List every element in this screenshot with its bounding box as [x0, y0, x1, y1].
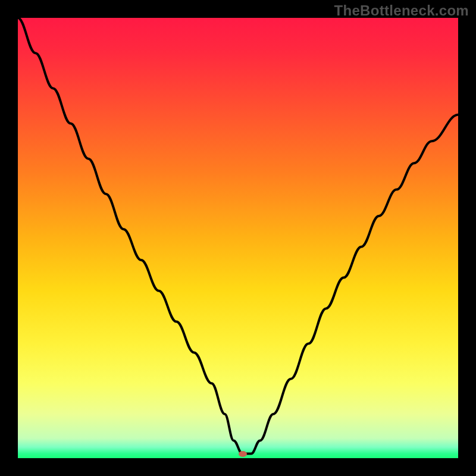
optimum-marker: [239, 451, 247, 457]
gradient-bg: [18, 18, 458, 458]
chart-frame: TheBottleneck.com: [0, 0, 476, 476]
watermark-text: TheBottleneck.com: [334, 2, 469, 19]
plot-area: [18, 18, 458, 458]
chart-svg: [18, 18, 458, 458]
